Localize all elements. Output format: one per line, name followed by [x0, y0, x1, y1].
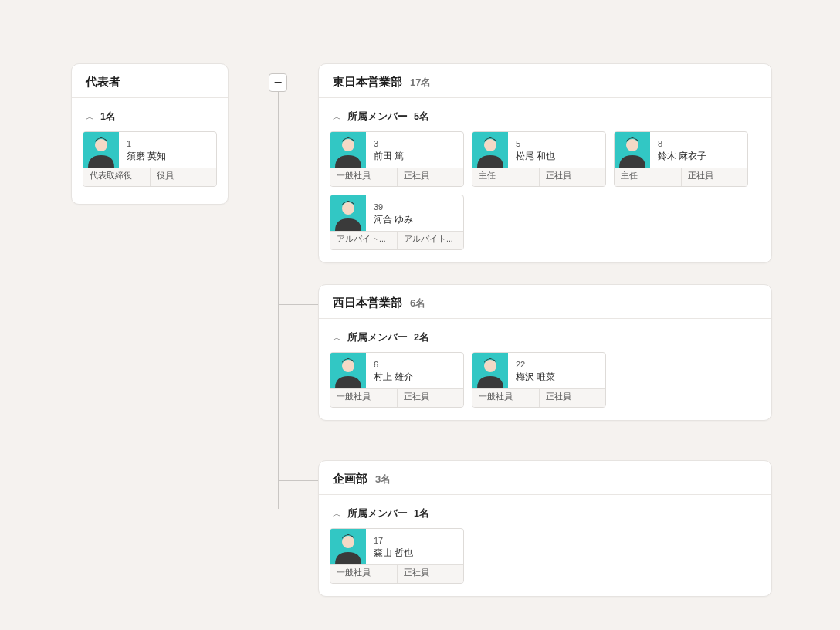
chevron-up-icon: ︿: [333, 111, 341, 123]
member-name: 梅沢 唯菜: [516, 371, 555, 383]
member-card[interactable]: 3前田 篤一般社員正社員: [330, 131, 464, 187]
card-header: 東日本営業部 17名: [319, 64, 771, 98]
section-count: 1名: [100, 110, 116, 124]
member-tag-employment: 正社員: [397, 389, 463, 407]
member-tag-position: 一般社員: [330, 565, 397, 583]
member-tag-position: 主任: [615, 168, 681, 186]
card-header: 代表者: [72, 64, 228, 98]
svg-point-9: [342, 202, 354, 215]
card-header: 企画部 3名: [319, 461, 771, 495]
member-name: 前田 篤: [374, 150, 404, 162]
section-count: 2名: [414, 331, 429, 344]
member-card[interactable]: 39河合 ゆみアルバイト...アルバイト...: [330, 195, 464, 250]
member-id: 1: [127, 138, 166, 150]
member-tag-position: 一般社員: [330, 168, 397, 186]
member-tag-position: 一般社員: [472, 389, 539, 407]
card-title: 西日本営業部: [333, 296, 402, 310]
card-title: 東日本営業部: [333, 75, 402, 90]
member-grid: 3前田 篤一般社員正社員5松尾 和也主任正社員8鈴木 麻衣子主任正社員39河合 …: [330, 131, 760, 250]
member-card[interactable]: 5松尾 和也主任正社員: [472, 131, 606, 187]
member-id: 6: [374, 359, 413, 371]
org-card-dept-2: 企画部 3名 ︿ 所属メンバー 1名 17森山 哲也一般社員正社員: [318, 460, 772, 597]
member-id: 5: [516, 138, 555, 150]
member-name: 鈴木 麻衣子: [658, 150, 706, 162]
section-label: 所属メンバー: [347, 331, 408, 344]
section-toggle[interactable]: ︿ 所属メンバー 5名: [330, 106, 760, 131]
svg-point-3: [342, 139, 354, 151]
member-grid: 1須磨 英知代表取締役役員: [83, 131, 217, 187]
section-toggle[interactable]: ︿ 1名: [83, 106, 217, 131]
avatar: [330, 132, 366, 168]
chevron-up-icon: ︿: [333, 508, 341, 520]
avatar: [472, 132, 508, 168]
minus-icon: −: [274, 76, 283, 90]
connector-line: [287, 83, 318, 83]
member-grid: 17森山 哲也一般社員正社員: [330, 528, 760, 584]
section-label: 所属メンバー: [347, 110, 408, 124]
member-card[interactable]: 17森山 哲也一般社員正社員: [330, 528, 464, 584]
connector-line: [229, 83, 269, 83]
member-tag-position: 代表取締役: [83, 168, 150, 186]
member-tag-employment: 正社員: [539, 389, 605, 407]
card-count: 17名: [410, 76, 431, 90]
section-count: 1名: [414, 507, 429, 520]
avatar: [330, 529, 366, 564]
member-card[interactable]: 6村上 雄介一般社員正社員: [330, 352, 464, 408]
connector-line: [278, 480, 318, 481]
member-tag-employment: 役員: [150, 168, 216, 186]
collapse-toggle[interactable]: −: [269, 73, 287, 92]
section-label: 所属メンバー: [347, 507, 408, 520]
member-tag-employment: 正社員: [539, 168, 605, 186]
avatar: [83, 132, 119, 168]
svg-point-1: [95, 139, 107, 151]
chevron-up-icon: ︿: [86, 111, 94, 123]
avatar: [330, 195, 366, 231]
member-id: 17: [374, 535, 413, 547]
member-card[interactable]: 8鈴木 麻衣子主任正社員: [614, 131, 748, 187]
avatar: [330, 353, 366, 388]
section-count: 5名: [414, 110, 429, 124]
member-tag-employment: アルバイト...: [397, 232, 463, 249]
avatar: [472, 353, 508, 388]
card-title: 代表者: [86, 75, 120, 90]
svg-point-5: [484, 139, 496, 151]
member-name: 河合 ゆみ: [374, 213, 413, 225]
member-tag-employment: 正社員: [397, 168, 463, 186]
member-card[interactable]: 22梅沢 唯菜一般社員正社員: [472, 352, 606, 408]
section-toggle[interactable]: ︿ 所属メンバー 2名: [330, 327, 760, 352]
member-id: 39: [374, 202, 413, 213]
avatar: [615, 132, 650, 168]
member-name: 松尾 和也: [516, 150, 555, 162]
member-id: 22: [516, 359, 555, 371]
card-count: 6名: [410, 296, 425, 310]
member-card[interactable]: 1須磨 英知代表取締役役員: [83, 131, 217, 187]
chevron-up-icon: ︿: [333, 332, 341, 344]
org-card-dept-1: 西日本営業部 6名 ︿ 所属メンバー 2名 6村上 雄介一般社員正社員22梅沢 …: [318, 284, 772, 421]
member-name: 須磨 英知: [127, 150, 166, 162]
section-toggle[interactable]: ︿ 所属メンバー 1名: [330, 503, 760, 528]
connector-line: [278, 92, 279, 509]
member-name: 森山 哲也: [374, 547, 413, 559]
org-card-root: 代表者 ︿ 1名 1須磨 英知代表取締役役員: [71, 63, 229, 205]
svg-point-11: [342, 360, 354, 372]
member-id: 8: [658, 138, 706, 150]
member-tag-employment: 正社員: [397, 565, 463, 583]
card-count: 3名: [375, 472, 391, 486]
member-name: 村上 雄介: [374, 371, 413, 383]
svg-point-7: [626, 139, 638, 151]
svg-point-15: [342, 536, 354, 548]
member-tag-position: アルバイト...: [330, 232, 397, 249]
card-title: 企画部: [333, 472, 368, 486]
org-card-dept-0: 東日本営業部 17名 ︿ 所属メンバー 5名 3前田 篤一般社員正社員5松尾 和…: [318, 63, 772, 263]
member-tag-employment: 正社員: [681, 168, 747, 186]
member-id: 3: [374, 138, 404, 150]
member-tag-position: 主任: [472, 168, 539, 186]
member-grid: 6村上 雄介一般社員正社員22梅沢 唯菜一般社員正社員: [330, 352, 760, 408]
svg-point-13: [484, 360, 496, 372]
card-header: 西日本営業部 6名: [319, 285, 771, 319]
member-tag-position: 一般社員: [330, 389, 397, 407]
connector-line: [278, 304, 318, 305]
